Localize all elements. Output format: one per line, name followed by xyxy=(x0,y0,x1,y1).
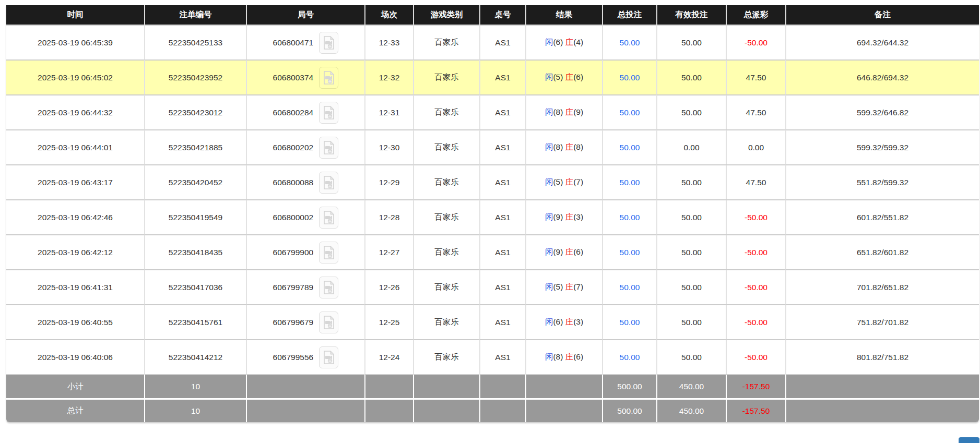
header-total-bet: 总投注 xyxy=(602,5,656,25)
video-replay-button[interactable] xyxy=(319,207,338,229)
cell-bet-id: 522350418435 xyxy=(144,234,246,269)
round-number: 606799900 xyxy=(273,248,314,257)
video-replay-button[interactable] xyxy=(319,312,338,333)
total-bet-link[interactable]: 50.00 xyxy=(620,178,640,187)
table-row: 2025-03-19 06:42:46522350419549606800002… xyxy=(6,199,979,234)
cell-round-no: 606799900 xyxy=(246,234,364,269)
video-file-icon xyxy=(323,281,335,294)
cell-table-no: AS1 xyxy=(479,164,525,199)
floating-action-button[interactable] xyxy=(959,437,979,443)
video-replay-button[interactable] xyxy=(319,346,338,368)
cell-round-no: 606800202 xyxy=(246,129,364,164)
video-replay-button[interactable] xyxy=(319,32,338,54)
cell-time: 2025-03-19 06:44:32 xyxy=(6,94,144,129)
cell-time: 2025-03-19 06:40:06 xyxy=(6,339,144,374)
cell-game-type: 百家乐 xyxy=(413,304,479,339)
cell-valid-bet: 50.00 xyxy=(656,199,726,234)
cell-session: 12-30 xyxy=(364,129,413,164)
total-bet-link[interactable]: 50.00 xyxy=(620,38,640,47)
header-game-type: 游戏类别 xyxy=(413,5,479,25)
result-banker-label: 庄 xyxy=(565,107,574,116)
cell-session: 12-31 xyxy=(364,94,413,129)
bet-records-table: 时间 注单编号 局号 场次 游戏类别 桌号 结果 总投注 有效投注 总派彩 备注… xyxy=(6,5,979,422)
subtotal-count: 10 xyxy=(144,374,246,398)
total-bet-link[interactable]: 50.00 xyxy=(620,318,640,327)
cell-bet-id: 522350423952 xyxy=(144,59,246,94)
video-replay-button[interactable] xyxy=(319,102,338,124)
total-bet-link[interactable]: 50.00 xyxy=(620,143,640,152)
total-empty-cell-game-type xyxy=(413,398,479,422)
cell-time: 2025-03-19 06:42:46 xyxy=(6,199,144,234)
cell-session: 12-28 xyxy=(364,199,413,234)
table-row: 2025-03-19 06:41:31522350417036606799789… xyxy=(6,269,979,304)
result-player-label: 闲 xyxy=(545,317,553,326)
result-player-value: (5) xyxy=(553,282,563,291)
video-file-icon xyxy=(323,36,335,50)
cell-remark: 751.82/701.82 xyxy=(785,304,979,339)
result-player-label: 闲 xyxy=(545,282,553,291)
result-player-value: (5) xyxy=(553,177,563,186)
header-result: 结果 xyxy=(525,5,602,25)
cell-game-type: 百家乐 xyxy=(413,129,479,164)
video-replay-button[interactable] xyxy=(319,172,338,194)
header-round-no: 局号 xyxy=(246,5,364,25)
result-player-value: (8) xyxy=(553,107,563,116)
cell-session: 12-27 xyxy=(364,234,413,269)
cell-round-no: 606800374 xyxy=(246,59,364,94)
result-banker-label: 庄 xyxy=(565,282,574,291)
result-player-value: (9) xyxy=(553,212,563,221)
cell-total-bet: 50.00 xyxy=(602,269,656,304)
cell-result: 闲(5) 庄(7) xyxy=(525,164,602,199)
result-player-label: 闲 xyxy=(545,177,553,186)
subtotal-empty-cell-session xyxy=(364,374,413,398)
result-player-value: (6) xyxy=(553,38,563,46)
cell-game-type: 百家乐 xyxy=(413,269,479,304)
cell-valid-bet: 50.00 xyxy=(656,339,726,374)
total-bet-link[interactable]: 50.00 xyxy=(620,73,640,82)
result-player-value: (5) xyxy=(553,73,563,81)
result-player-label: 闲 xyxy=(545,73,553,81)
cell-result: 闲(6) 庄(3) xyxy=(525,304,602,339)
cell-time: 2025-03-19 06:41:31 xyxy=(6,269,144,304)
cell-game-type: 百家乐 xyxy=(413,94,479,129)
total-bet-link[interactable]: 50.00 xyxy=(620,108,640,117)
cell-session: 12-29 xyxy=(364,164,413,199)
cell-result: 闲(6) 庄(4) xyxy=(525,25,602,59)
total-bet-link[interactable]: 50.00 xyxy=(620,353,640,362)
result-banker-value: (6) xyxy=(573,247,583,256)
result-player-value: (8) xyxy=(553,142,563,151)
result-banker-value: (4) xyxy=(573,38,583,46)
video-replay-button[interactable] xyxy=(319,67,338,89)
total-count: 10 xyxy=(144,398,246,422)
total-bet-link[interactable]: 50.00 xyxy=(620,213,640,222)
result-banker-value: (7) xyxy=(573,177,583,186)
table-header: 时间 注单编号 局号 场次 游戏类别 桌号 结果 总投注 有效投注 总派彩 备注 xyxy=(6,5,979,25)
video-file-icon xyxy=(323,176,335,189)
cell-game-type: 百家乐 xyxy=(413,199,479,234)
header-row: 时间 注单编号 局号 场次 游戏类别 桌号 结果 总投注 有效投注 总派彩 备注 xyxy=(6,5,979,25)
result-banker-label: 庄 xyxy=(565,247,574,256)
cell-total-bet: 50.00 xyxy=(602,304,656,339)
video-replay-button[interactable] xyxy=(319,277,338,298)
total-bet-link[interactable]: 50.00 xyxy=(620,283,640,292)
result-player-label: 闲 xyxy=(545,38,553,46)
video-replay-button[interactable] xyxy=(319,137,338,159)
cell-table-no: AS1 xyxy=(479,234,525,269)
round-number: 606800202 xyxy=(273,143,314,152)
cell-table-no: AS1 xyxy=(479,25,525,59)
cell-remark: 646.82/694.32 xyxy=(785,59,979,94)
subtotal-empty-cell-table-no xyxy=(479,374,525,398)
cell-total-bet: 50.00 xyxy=(602,339,656,374)
cell-table-no: AS1 xyxy=(479,94,525,129)
cell-remark: 551.82/599.32 xyxy=(785,164,979,199)
header-time: 时间 xyxy=(6,5,144,25)
result-banker-value: (7) xyxy=(573,282,583,291)
total-bet-link[interactable]: 50.00 xyxy=(620,248,640,257)
result-banker-label: 庄 xyxy=(565,317,574,326)
table-row: 2025-03-19 06:45:39522350425133606800471… xyxy=(6,25,979,59)
cell-game-type: 百家乐 xyxy=(413,25,479,59)
subtotal-empty-cell-result xyxy=(525,374,602,398)
video-replay-button[interactable] xyxy=(319,242,338,264)
table-row: 2025-03-19 06:45:02522350423952606800374… xyxy=(6,59,979,94)
result-banker-value: (3) xyxy=(573,212,583,221)
